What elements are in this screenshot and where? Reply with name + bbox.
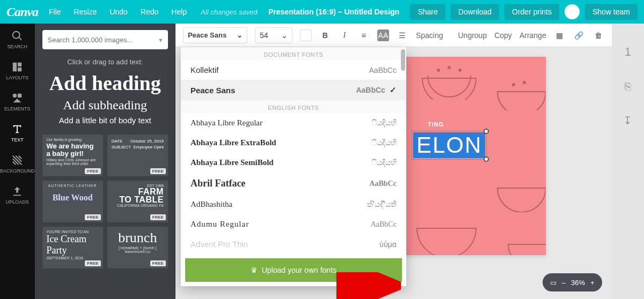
show-team-button[interactable]: Show team <box>585 4 638 20</box>
crown-icon: ♛ <box>251 266 258 274</box>
rail-label: LAYOUTS <box>6 75 28 80</box>
menu-resize[interactable]: Resize <box>74 8 97 16</box>
search-input[interactable] <box>48 36 159 44</box>
spacing-button[interactable]: Spacing <box>416 31 443 40</box>
tpl-text: Blue Wood <box>47 193 99 203</box>
font-name: Abhaya Libre Regular <box>191 118 262 128</box>
resize-handle[interactable] <box>484 129 489 134</box>
free-badge: FREE <box>85 168 100 174</box>
tpl-text: Ice Cream Party <box>47 234 99 256</box>
svg-point-7 <box>448 66 450 69</box>
add-heading[interactable]: Add heading <box>42 71 168 95</box>
font-name: Kollektif <box>191 65 219 74</box>
image-search[interactable]: ▾ <box>42 30 168 49</box>
canvas-wrap[interactable]: TING ELON DOCUMENT FONTS Kollektif AaBbC… <box>175 47 612 299</box>
font-preview: ියඳියහි <box>371 158 397 167</box>
document-title[interactable]: Presentation (16:9) – Untitled Design <box>262 8 406 16</box>
tpl-text: CALIFORNIA ORGANIC FA <box>112 204 164 207</box>
font-size-select[interactable]: 54 ⌄ <box>255 27 292 43</box>
rail-text[interactable]: TEXT <box>11 123 24 143</box>
menu-undo[interactable]: Undo <box>109 8 127 16</box>
font-preview: AaBbCc <box>369 180 397 188</box>
selected-text[interactable]: ELON <box>413 132 485 158</box>
selection-box[interactable]: ELON <box>412 131 487 160</box>
italic-button[interactable]: I <box>339 29 350 41</box>
chevron-icon: ⌄ <box>237 31 243 39</box>
share-button[interactable]: Share <box>410 4 445 20</box>
font-preview: AaBbCc <box>371 220 397 229</box>
font-option[interactable]: Adumu RegularAaBbCc <box>181 214 406 234</box>
font-option[interactable]: Advent Pro Thinύὐμα <box>181 234 406 254</box>
template-icecream[interactable]: YOU'RE INVITED TO AN Ice Cream Party SEP… <box>42 227 103 268</box>
font-option[interactable]: Abhaya Libre ExtraBoldියඳියහි <box>181 133 406 153</box>
tpl-text: YOU'RE INVITED TO AN <box>47 230 99 234</box>
bold-button[interactable]: B <box>319 29 331 41</box>
text-icon <box>11 123 23 135</box>
download-button[interactable]: Download <box>451 4 499 20</box>
template-farm[interactable]: EST 1998 FARMTO TABLE CALIFORNIA ORGANIC… <box>107 181 168 222</box>
zoom-out-button[interactable]: – <box>562 279 566 287</box>
align-button[interactable]: ≡ <box>358 29 370 41</box>
rail-elements[interactable]: ELEMENTS <box>4 92 31 111</box>
menu-help[interactable]: Help <box>171 8 187 16</box>
text-toolbar: Peace Sans ⌄ 54 ⌄ B I ≡ AA ☰ Spacing Ung… <box>175 24 612 47</box>
font-name: Abril Fatface <box>191 178 245 189</box>
add-page-icon[interactable]: ⎘ <box>625 80 631 93</box>
font-option[interactable]: AdBhashithaත'ියද්'ියති <box>181 195 406 214</box>
font-option[interactable]: Abhaya Libre SemiBoldියඳියහි <box>181 153 406 173</box>
page-down-icon[interactable]: ↧ <box>623 114 632 127</box>
menu-file[interactable]: File <box>49 8 61 16</box>
font-option-kollektif[interactable]: Kollektif AaBbCc <box>181 60 406 80</box>
template-date[interactable]: DATEOctober 25, 2019 SUBJECTEmployee Opi… <box>107 134 168 176</box>
font-name: Abhaya Libre ExtraBold <box>191 138 276 147</box>
upload-icon <box>11 185 23 197</box>
resize-handle[interactable] <box>484 156 489 162</box>
add-subheading[interactable]: Add subheading <box>42 98 168 113</box>
order-prints-button[interactable]: Order prints <box>504 4 559 20</box>
free-badge: FREE <box>150 214 166 220</box>
template-grid: Our family is growing. We are havinga ba… <box>42 134 168 268</box>
font-option[interactable]: Abhaya Libre Regularියඳියහි <box>181 113 406 133</box>
transparency-icon[interactable]: ▦ <box>554 29 566 41</box>
rail-background[interactable]: BACKGROUND <box>0 154 35 174</box>
zoom-in-button[interactable]: + <box>590 279 595 287</box>
save-status: All changes saved <box>201 8 258 16</box>
arrange-button[interactable]: Arrange <box>519 31 546 40</box>
fullscreen-icon[interactable]: ▭ <box>550 279 557 287</box>
font-preview: ත'ියද්'ියති <box>367 200 397 209</box>
font-option-peace-sans[interactable]: Peace Sans AaBbCc✓ <box>181 80 406 100</box>
zoom-level[interactable]: 36% <box>571 279 585 287</box>
list-button[interactable]: ☰ <box>397 29 408 41</box>
logo[interactable]: Canva <box>6 5 38 19</box>
add-body-text[interactable]: Add a little bit of body text <box>42 116 168 125</box>
rail-search[interactable]: SEARCH <box>8 30 28 49</box>
ungroup-button[interactable]: Ungroup <box>458 31 487 40</box>
template-bluewood[interactable]: AUTHENTIC LEATHER Blue Wood FREE <box>42 181 103 222</box>
canvas-text[interactable]: TING <box>428 121 444 128</box>
tpl-text: SEPTEMBER 1, 2019 <box>47 256 99 260</box>
zoom-bar: ▭ – 36% + <box>543 273 602 291</box>
font-preview: AaBbCc <box>369 66 397 74</box>
scrollbar[interactable] <box>401 49 405 71</box>
copy-button[interactable]: Copy <box>494 31 512 40</box>
font-family-select[interactable]: Peace Sans ⌄ <box>183 27 247 43</box>
template-brunch[interactable]: brunch [ br(eakfast) + (l)unch ] www.bru… <box>107 227 168 268</box>
uppercase-button[interactable]: AA <box>377 29 389 41</box>
trash-icon[interactable]: 🗑 <box>592 29 604 41</box>
rail-layouts[interactable]: LAYOUTS <box>6 61 28 80</box>
rail-label: UPLOADS <box>6 199 29 205</box>
chevron-down-icon[interactable]: ▾ <box>159 36 163 44</box>
menu-redo[interactable]: Redo <box>141 8 158 16</box>
svg-rect-0 <box>13 63 17 72</box>
rail-uploads[interactable]: UPLOADS <box>6 185 29 205</box>
font-name: Peace Sans <box>191 86 235 95</box>
font-option[interactable]: Abril FatfaceAaBbCc <box>181 173 406 195</box>
tpl-text: DATE <box>112 139 123 144</box>
tpl-text: TO TABLE <box>119 195 164 204</box>
tpl-text: [ br(eakfast) + (l)unch ] <box>112 246 164 250</box>
template-baby[interactable]: Our family is growing. We are havinga ba… <box>42 134 103 176</box>
link-icon[interactable]: 🔗 <box>573 29 585 41</box>
text-color-swatch[interactable] <box>300 29 312 41</box>
search-icon <box>11 30 23 42</box>
avatar[interactable] <box>565 4 580 19</box>
